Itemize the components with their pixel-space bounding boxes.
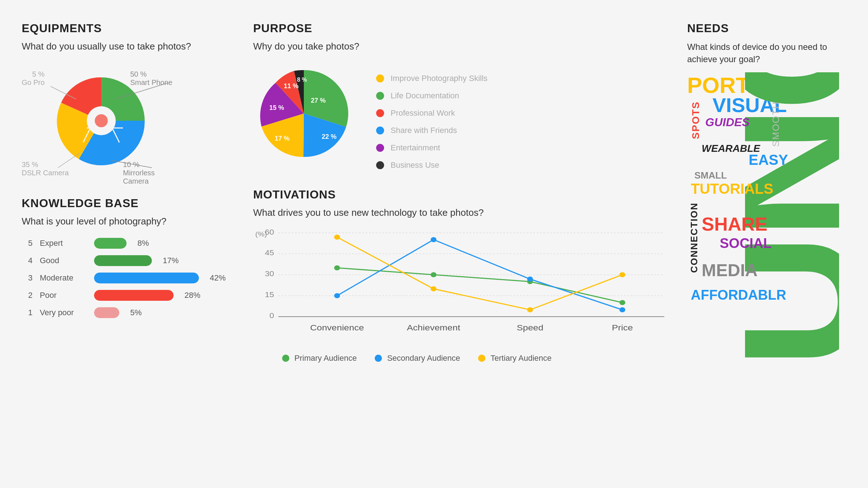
dslr-label: 35 % DSLR Camera (22, 160, 69, 177)
motivations-title: MOTIVATIONS (253, 188, 673, 201)
kb-label-good: Good (40, 256, 87, 265)
kb-num-3: 3 (22, 273, 33, 283)
motivations-chart-area: 60 45 30 15 0 (%) (253, 229, 673, 363)
legend-secondary-dot (375, 355, 382, 362)
secondary-dot-3 (527, 277, 533, 282)
word-connection: CONNECTION (689, 202, 700, 273)
legend-dot-professional (376, 109, 384, 117)
kb-label-verypoor: Very poor (40, 308, 87, 317)
word-share: SHARE (702, 213, 767, 235)
knowledge-subtitle: What is your level of photography? (22, 216, 239, 227)
kb-num-2: 2 (22, 291, 33, 300)
kb-row-3: 3 Moderate 42% (22, 273, 239, 283)
legend-label-life: Life Documentation (391, 91, 459, 100)
svg-text:Speed: Speed (517, 323, 544, 332)
svg-text:(%): (%) (255, 230, 267, 237)
tertiary-line (337, 237, 622, 310)
kb-label-moderate: Moderate (40, 273, 87, 283)
word-smooth: SMOOTH (770, 101, 782, 147)
svg-text:0: 0 (269, 312, 274, 320)
svg-text:Price: Price (612, 323, 633, 332)
kb-bar-expert (94, 238, 127, 249)
primary-dot-4 (620, 300, 625, 305)
purpose-subtitle: Why do you take photos? (253, 41, 673, 52)
legend-label-business: Business Use (391, 160, 439, 170)
svg-text:15 %: 15 % (269, 104, 284, 111)
legend-item-professional: Professional Work (376, 108, 488, 118)
word-tutorials: TUTORIALS (691, 181, 773, 197)
legend-item-business: Business Use (376, 160, 488, 170)
legend-dot-entertainment (376, 144, 384, 152)
tertiary-dot-3 (527, 307, 533, 312)
kb-label-poor: Poor (40, 291, 87, 300)
word-social: SOCIAL (720, 236, 772, 251)
tertiary-dot-4 (620, 272, 625, 277)
legend-label-share: Share with Friends (391, 126, 457, 135)
legend-primary: Primary Audience (282, 354, 357, 363)
kb-row-4: 4 Good 17% (22, 255, 239, 266)
kb-label-expert: Expert (40, 239, 87, 248)
svg-text:17 %: 17 % (275, 135, 289, 142)
motivations-subtitle: What drives you to use new technology to… (253, 207, 673, 218)
equipments-title: EQUIPMENTS (22, 22, 239, 35)
kb-fill-moderate (94, 273, 199, 283)
kb-row-5: 5 Expert 8% (22, 238, 239, 249)
kb-num-1: 1 (22, 308, 33, 317)
gopro-label: 5 % Go Pro (22, 70, 44, 87)
mirrorless-label: 10 % Mirrorless Camera (123, 160, 155, 185)
svg-text:Convenience: Convenience (310, 323, 364, 332)
primary-dot-1 (334, 265, 340, 270)
kb-num-4: 4 (22, 256, 33, 265)
svg-text:30: 30 (265, 270, 274, 278)
kb-bar-good (94, 255, 152, 266)
svg-text:27 %: 27 % (311, 97, 326, 104)
purpose-legend: Improve Photography Skills Life Document… (376, 63, 488, 170)
motivations-svg: 60 45 30 15 0 (%) (253, 229, 673, 345)
kb-fill-expert (94, 238, 127, 249)
kb-fill-good (94, 255, 152, 266)
legend-primary-label: Primary Audience (294, 354, 357, 363)
kb-pct-expert: 8% (137, 239, 159, 248)
equipments-section: EQUIPMENTS What do you usually use to ta… (22, 22, 239, 179)
legend-label-improve: Improve Photography Skills (391, 74, 488, 83)
kb-pct-good: 17% (163, 256, 184, 265)
legend-item-life: Life Documentation (376, 91, 488, 100)
legend-label-entertainment: Entertainment (391, 143, 440, 153)
page: EQUIPMENTS What do you usually use to ta… (0, 0, 868, 488)
kb-bar-moderate (94, 273, 199, 283)
legend-tertiary-label: Tertiary Audience (490, 354, 552, 363)
legend-item-improve: Improve Photography Skills (376, 74, 488, 83)
column-3: NEEDS What kinds of device do you need t… (687, 22, 846, 474)
needs-subtitle: What kinds of device do you need to achi… (687, 41, 846, 65)
word-small: SMALL (694, 170, 727, 181)
primary-dot-2 (431, 272, 437, 277)
purpose-area: 27 % 22 % 17 % 15 % 11 % 8 % Improve Pho… (253, 63, 673, 170)
kb-fill-verypoor (94, 307, 119, 318)
column-1: EQUIPMENTS What do you usually use to ta… (22, 22, 239, 474)
equipments-pie-container: 5 % Go Pro 50 % Smart Phone 35 % DSLR Ca… (22, 63, 224, 179)
word-easy: EASY (749, 152, 788, 168)
knowledge-section: KNOWLEDGE BASE What is your level of pho… (22, 197, 239, 325)
legend-item-entertainment: Entertainment (376, 143, 488, 153)
svg-text:Achievement: Achievement (407, 323, 460, 332)
tertiary-dot-1 (334, 235, 340, 240)
motivations-section: MOTIVATIONS What drives you to use new t… (253, 188, 673, 363)
svg-text:45: 45 (265, 249, 274, 257)
chart-legend: Primary Audience Secondary Audience Tert… (282, 354, 673, 363)
legend-secondary: Secondary Audience (375, 354, 460, 363)
kb-pct-verypoor: 5% (130, 308, 152, 317)
legend-tertiary-dot (478, 355, 485, 362)
kb-num-5: 5 (22, 239, 33, 248)
word-guides: GUIDES (705, 116, 750, 129)
knowledge-bars: 5 Expert 8% 4 Good 17% (22, 238, 239, 318)
legend-label-professional: Professional Work (391, 108, 455, 118)
tertiary-dot-2 (431, 286, 437, 291)
smartphone-label: 50 % Smart Phone (130, 70, 173, 87)
svg-text:8 %: 8 % (297, 77, 307, 83)
legend-dot-improve (376, 74, 384, 82)
purpose-title: PURPOSE (253, 22, 673, 35)
knowledge-title: KNOWLEDGE BASE (22, 197, 239, 210)
legend-tertiary: Tertiary Audience (478, 354, 552, 363)
secondary-dot-4 (620, 307, 625, 312)
purpose-pie-svg: 27 % 22 % 17 % 15 % 11 % 8 % (253, 63, 354, 164)
